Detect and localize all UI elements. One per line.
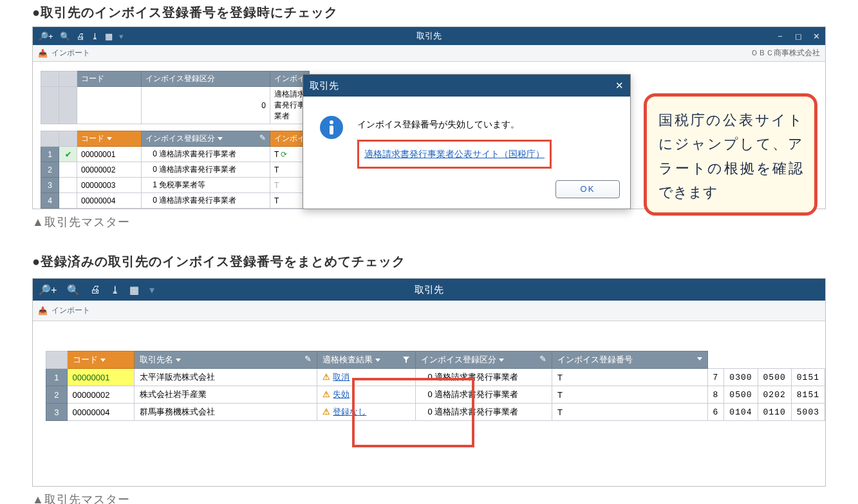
close-icon[interactable]: ✕ <box>615 80 624 91</box>
header-invoice-class[interactable]: インボイス登録区分✎ <box>415 351 552 369</box>
cell-invno-b: 0300 <box>724 369 758 386</box>
toolbar-import-1: 📥 インポート ＯＢＣ商事株式会社 <box>33 45 825 62</box>
header-code-label: コード <box>81 74 104 83</box>
cell-class[interactable]: 0 適格請求書発行事業者 <box>415 386 552 404</box>
cell-invno-d: 0151 <box>791 369 825 386</box>
cell-class-code: 0 <box>145 149 157 158</box>
print-icon[interactable]: 🖨 <box>90 284 100 295</box>
dropdown-icon[interactable] <box>375 359 380 362</box>
header-invoice-no[interactable]: インボイス登録番号 <box>552 351 708 369</box>
cell-class[interactable]: 0 適格請求書発行事業者 <box>142 147 270 162</box>
minimize-button[interactable]: − <box>771 27 789 45</box>
header-code[interactable]: コード <box>67 351 135 369</box>
cell-class-name: 適格請求書発行事業者 <box>434 372 518 382</box>
header-spacer <box>59 131 77 147</box>
cell-class-code[interactable]: 0 <box>142 87 270 124</box>
check-icon: ✔ <box>65 150 71 159</box>
cell-name[interactable]: 太平洋販売株式会社 <box>135 369 317 386</box>
result-link[interactable]: 取消 <box>333 372 350 382</box>
filter-icon[interactable] <box>402 356 410 364</box>
search-plus-icon[interactable]: 🔎+ <box>38 284 57 296</box>
cell-code[interactable]: 00000001 <box>77 147 142 162</box>
more-icon[interactable]: ▾ <box>149 284 154 296</box>
grid-row[interactable]: 1 ✔ 00000001 0 適格請求書発行事業者 T ⟳ <box>41 147 310 162</box>
pencil-icon[interactable]: ✎ <box>304 354 312 364</box>
cell-invno-b: 0500 <box>724 386 758 404</box>
grid-row[interactable]: 3 00000003 1 免税事業者等 T <box>41 178 310 193</box>
grid-row[interactable]: 2 00000002 0 適格請求書発行事業者 T <box>41 162 310 178</box>
dropdown-icon[interactable] <box>176 359 181 362</box>
cell-result[interactable]: ⚠失効 <box>317 386 415 404</box>
header-code[interactable]: コード <box>77 71 142 87</box>
result-link[interactable]: 登録なし <box>333 407 366 416</box>
pencil-icon[interactable]: ✎ <box>539 354 546 364</box>
dropdown-icon[interactable] <box>107 137 112 140</box>
result-link[interactable]: 失効 <box>333 389 350 399</box>
cell-code[interactable]: 00000004 <box>67 404 135 421</box>
header-invoice-class[interactable]: インボイス登録区分 <box>142 71 270 87</box>
grid-1: コード インボイス登録区分 インボイ 0 適格請求書発行事業者 T <box>41 71 322 124</box>
cell-class[interactable]: 0 適格請求書発行事業者 <box>415 369 552 386</box>
excel-icon[interactable]: ▦ <box>105 32 113 41</box>
import-icon[interactable]: 📥 <box>38 306 48 315</box>
cell-class[interactable]: 0 適格請求書発行事業者 <box>415 404 552 421</box>
cell-name[interactable]: 株式会社岩手産業 <box>135 386 317 404</box>
header-code[interactable]: コード <box>77 131 142 147</box>
sync-ok-icon: ⟳ <box>281 150 287 159</box>
nta-site-link[interactable]: 適格請求書発行事業者公表サイト（国税庁） <box>364 149 545 159</box>
header-invoice-class[interactable]: インボイス登録区分✎ <box>142 131 270 147</box>
cell-result[interactable]: ⚠登録なし <box>317 404 415 421</box>
cell-invno-c: 0110 <box>758 404 791 421</box>
dialog-message: インボイス登録番号が失効しています。 <box>357 115 552 135</box>
import-button[interactable]: インポート <box>51 48 90 59</box>
row-check: ✔ <box>59 147 77 162</box>
cell-name[interactable]: 群馬事務機株式会社 <box>135 404 317 421</box>
row-check <box>59 162 77 178</box>
grid-row[interactable]: 1 00000001 太平洋販売株式会社 ⚠取消 0 適格請求書発行事業者 T … <box>46 369 825 386</box>
grid-1b: コード インボイス登録区分✎ インボイ 1 ✔ 00000001 0 適格請求書… <box>41 131 310 209</box>
cell-code[interactable]: 00000002 <box>67 386 135 404</box>
dropdown-icon[interactable] <box>100 359 106 362</box>
ok-button[interactable]: OK <box>555 180 620 198</box>
header-invoice-class-label: インボイス登録区分 <box>145 134 215 143</box>
grid-row[interactable]: 4 00000004 0 適格請求書発行事業者 T <box>41 193 310 209</box>
cell-code[interactable]: 00000001 <box>67 369 135 386</box>
cell-class[interactable]: 0 適格請求書発行事業者 <box>142 193 270 209</box>
cell-code[interactable] <box>77 87 142 124</box>
cell-result[interactable]: ⚠取消 <box>317 369 415 386</box>
header-name[interactable]: 取引先名✎ <box>135 351 317 369</box>
cell-code[interactable]: 00000004 <box>77 193 142 209</box>
cell-class-name: 適格請求書発行事業者 <box>159 196 236 205</box>
pdf-icon[interactable]: ⤓ <box>91 32 98 41</box>
print-icon[interactable]: 🖨 <box>77 32 85 41</box>
more-icon[interactable]: ▾ <box>119 32 124 41</box>
import-icon[interactable]: 📥 <box>38 49 48 58</box>
zoom-icon[interactable]: 🔍 <box>67 284 80 296</box>
pdf-icon[interactable]: ⤓ <box>111 284 119 296</box>
grid-row[interactable]: 2 00000002 株式会社岩手産業 ⚠失効 0 適格請求書発行事業者 T 8… <box>46 386 825 404</box>
cell-t: T <box>552 369 708 386</box>
import-button[interactable]: インポート <box>51 305 90 316</box>
header-result[interactable]: 適格検査結果 <box>317 351 415 369</box>
excel-icon[interactable]: ▦ <box>129 284 139 296</box>
dropdown-icon[interactable] <box>499 359 504 362</box>
dropdown-icon[interactable] <box>697 357 702 360</box>
app-window-2: 🔎+ 🔍 🖨 ⤓ ▦ ▾ 取引先 📥 インポート コード 取引先名✎ 適格検査結… <box>32 278 826 487</box>
cell-code[interactable]: 00000003 <box>77 178 142 193</box>
zoom-icon[interactable]: 🔍 <box>60 32 70 41</box>
close-button[interactable]: ✕ <box>807 27 825 45</box>
pencil-icon[interactable]: ✎ <box>259 133 266 142</box>
cell-class[interactable]: 1 免税事業者等 <box>142 178 270 193</box>
maximize-button[interactable]: ◻ <box>789 27 807 45</box>
info-icon <box>319 115 344 140</box>
dropdown-icon[interactable] <box>218 137 223 140</box>
row-number: 2 <box>41 162 59 178</box>
row-number: 1 <box>41 147 59 162</box>
cell-class[interactable]: 0 適格請求書発行事業者 <box>142 162 270 178</box>
cell-t: T <box>552 404 708 421</box>
header-result-label: 適格検査結果 <box>322 355 373 364</box>
cell-code[interactable]: 00000002 <box>77 162 142 178</box>
cell-class-code: 0 <box>421 407 433 416</box>
search-plus-icon[interactable]: 🔎+ <box>38 32 53 41</box>
grid-row[interactable]: 3 00000004 群馬事務機株式会社 ⚠登録なし 0 適格請求書発行事業者 … <box>46 404 825 421</box>
